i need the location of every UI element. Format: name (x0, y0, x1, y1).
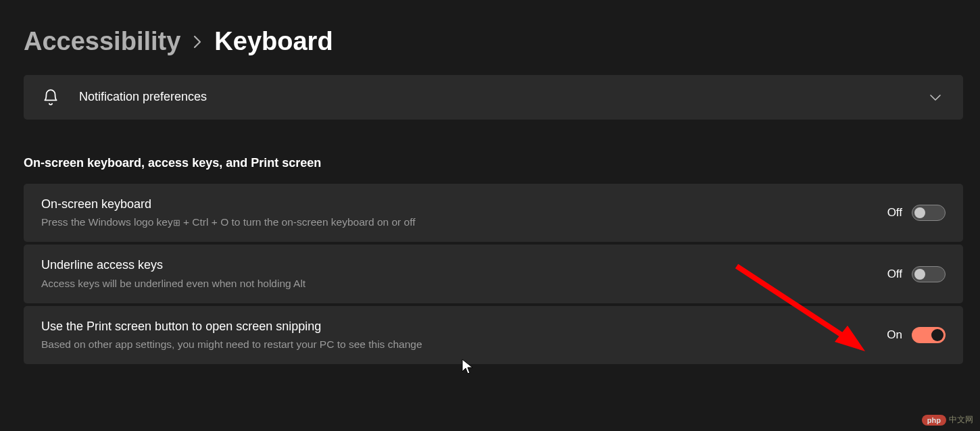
row-description: Press the Windows logo key ⊞ + Ctrl + O … (41, 214, 887, 230)
breadcrumb-parent[interactable]: Accessibility (24, 27, 180, 56)
underline-access-keys-row: Underline access keys Access keys will b… (24, 245, 963, 303)
print-screen-snipping-row: Use the Print screen button to open scre… (24, 306, 963, 364)
toggle-state-label: Off (887, 268, 902, 281)
row-body: On-screen keyboard Press the Windows log… (41, 196, 887, 230)
breadcrumb-current: Keyboard (214, 27, 333, 56)
underline-access-keys-toggle[interactable] (912, 266, 946, 282)
row-right: Off (887, 205, 946, 221)
row-right (925, 93, 946, 101)
row-right: On (887, 327, 946, 343)
print-screen-snipping-toggle[interactable] (912, 327, 946, 343)
row-body: Underline access keys Access keys will b… (41, 257, 887, 290)
row-title: Notification preferences (79, 88, 925, 105)
on-screen-keyboard-row: On-screen keyboard Press the Windows log… (24, 184, 963, 242)
windows-logo-icon: ⊞ (173, 216, 180, 230)
toggle-state-label: On (887, 328, 902, 342)
row-description: Access keys will be underlined even when… (41, 276, 887, 291)
row-description: Based on other app settings, you might n… (41, 336, 887, 352)
watermark-text: 中文网 (949, 414, 973, 426)
toggle-state-label: Off (887, 206, 902, 220)
row-body: Use the Print screen button to open scre… (41, 318, 887, 352)
breadcrumb: Accessibility Keyboard (24, 27, 980, 56)
row-title: Underline access keys (41, 257, 887, 274)
row-title: On-screen keyboard (41, 196, 887, 213)
chevron-down-icon[interactable] (925, 93, 946, 101)
section-heading: On-screen keyboard, access keys, and Pri… (24, 156, 980, 170)
watermark-badge: php (922, 415, 946, 426)
chevron-right-icon (193, 35, 202, 49)
on-screen-keyboard-toggle[interactable] (912, 205, 946, 221)
notification-preferences-row[interactable]: Notification preferences (24, 75, 963, 120)
row-title: Use the Print screen button to open scre… (41, 318, 887, 335)
settings-page: Accessibility Keyboard Notification pref… (0, 0, 980, 364)
row-body: Notification preferences (79, 88, 925, 105)
bell-icon (41, 88, 60, 106)
row-right: Off (887, 266, 946, 282)
watermark: php 中文网 (922, 414, 973, 426)
